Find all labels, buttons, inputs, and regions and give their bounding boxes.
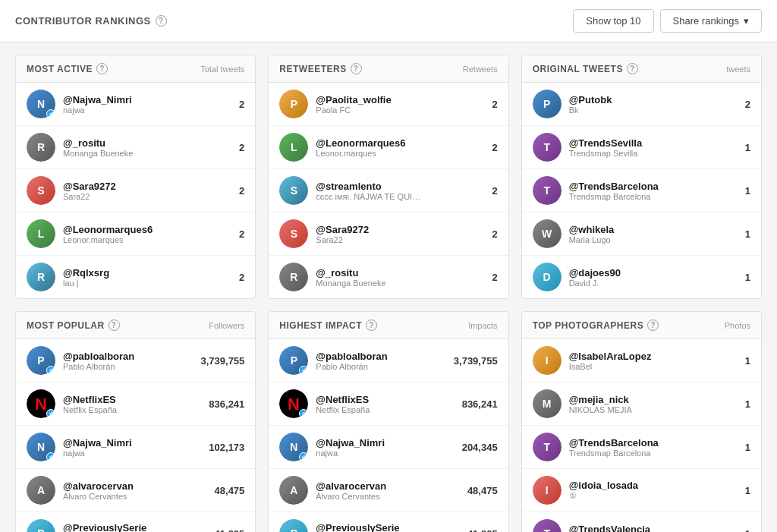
count: 2 [492, 272, 497, 283]
avatar: A [279, 476, 308, 505]
avatar: P [279, 519, 308, 532]
username: @Najwa_Nimri [63, 437, 201, 449]
avatar: N [27, 433, 55, 461]
list-item[interactable]: N @NetflixES Netflix España 836,241 [16, 382, 255, 426]
count: 836,241 [462, 398, 498, 410]
user-info: @streamlento сєсє імяі. NAJWA TE QUI… [316, 181, 484, 201]
display-name: David J. [569, 279, 738, 288]
display-name: Netflix España [63, 405, 201, 414]
user-info: @idoia_losada ① [569, 480, 738, 501]
original-tweets-panel: ORIGINAL TWEETS ? tweets P @Putobk Bk 2 … [521, 55, 762, 299]
user-info: @TrendsValencia Trendsmap Valencia [569, 524, 738, 533]
share-rankings-button[interactable]: Share rankings ▾ [660, 9, 762, 33]
display-name: Monanga Bueneke [63, 149, 231, 158]
user-info: @NetflixES Netflix España [316, 394, 454, 414]
top-photographers-panel: TOP PHOTOGRAPHERS ? Photos I @IsabelAraL… [521, 311, 762, 532]
user-info: @Najwa_Nimri najwa [316, 437, 454, 458]
list-item[interactable]: R @_rositu Monanga Bueneke 2 [16, 126, 255, 169]
original-tweets-help-icon[interactable]: ? [627, 63, 638, 74]
count: 1 [745, 528, 750, 533]
user-info: @Paolita_wolfie Paola FC [316, 94, 484, 115]
display-name: IsaBel [569, 362, 738, 371]
list-item[interactable]: N @Najwa_Nimri najwa 2 [16, 83, 255, 126]
list-item[interactable]: T @TrendsBarcelona Trendsmap Barcelona 1 [522, 426, 761, 469]
title-help-icon[interactable]: ? [156, 15, 167, 27]
display-name: Álvaro Cervantes [63, 492, 207, 501]
list-item[interactable]: L @Leonormarques6 Leonor.marques 2 [16, 212, 255, 256]
list-item[interactable]: W @whikela Maria Lugo 1 [522, 212, 761, 256]
username: @mejia_nick [569, 394, 738, 405]
username: @Najwa_Nimri [63, 94, 231, 105]
list-item[interactable]: S @Sara9272 Sara22 2 [16, 169, 255, 212]
svg-text:N: N [288, 395, 300, 414]
list-item[interactable]: P @pabloalboran Pablo Alborán 3,739,755 [16, 339, 255, 382]
most-popular-help-icon[interactable]: ? [109, 320, 120, 331]
username: @Najwa_Nimri [316, 437, 454, 449]
display-name: Trendsmap Sevilla [569, 149, 738, 158]
display-name: Bk [569, 105, 738, 115]
count: 2 [239, 99, 244, 110]
most-popular-panel: MOST POPULAR ? Followers P @pabloalboran… [15, 311, 256, 532]
user-info: @IsabelAraLopez IsaBel [569, 351, 738, 371]
top-photographers-help-icon[interactable]: ? [647, 320, 659, 331]
list-item[interactable]: M @mejia_nick NIKOLAS MEJIA 1 [522, 382, 761, 426]
display-name: сєсє імяі. NAJWA TE QUI… [316, 192, 484, 201]
user-info: @_rositu Monanga Bueneke [63, 137, 231, 158]
most-active-help-icon[interactable]: ? [96, 63, 108, 74]
list-item[interactable]: S @Sara9272 Sara22 2 [269, 212, 508, 256]
list-item[interactable]: R @Rqlxsrg lau | 2 [16, 256, 255, 298]
count: 1 [745, 398, 750, 410]
list-item[interactable]: T @TrendsBarcelona Trendsmap Barcelona 1 [522, 169, 761, 212]
list-item[interactable]: N @Najwa_Nimri najwa 102,173 [16, 426, 255, 469]
avatar: I [533, 346, 562, 375]
list-item[interactable]: A @alvarocervan Álvaro Cervantes 48,475 [16, 469, 255, 512]
user-info: @Leonormarques6 Leonor.marques [63, 224, 231, 244]
count: 2 [745, 99, 750, 110]
list-item[interactable]: P @PreviouslySerie 《Previously SERIES》 4… [269, 512, 508, 532]
display-name: najwa [63, 449, 201, 458]
list-item[interactable]: L @Leonormarques6 Leonor.marques 2 [269, 126, 508, 169]
user-info: @TrendsSevilla Trendsmap Sevilla [569, 137, 738, 158]
user-info: @PreviouslySerie 《Previously SERIES》 [316, 522, 460, 532]
username: @pabloalboran [316, 351, 445, 362]
display-name: Paola FC [316, 105, 484, 115]
username: @PreviouslySerie [63, 522, 207, 532]
list-item[interactable]: P @PreviouslySerie 《Previously SERIES》 4… [16, 512, 255, 532]
list-item[interactable]: T @TrendsSevilla Trendsmap Sevilla 1 [522, 126, 761, 169]
top-photographers-list: I @IsabelAraLopez IsaBel 1 M @mejia_nick… [522, 339, 761, 532]
most-active-panel: MOST ACTIVE ? Total tweets N @Najwa_Nimr… [15, 55, 256, 299]
rankings-grid: MOST ACTIVE ? Total tweets N @Najwa_Nimr… [0, 42, 777, 532]
list-item[interactable]: P @pabloalboran Pablo Alborán 3,739,755 [269, 339, 508, 382]
retweeters-help-icon[interactable]: ? [351, 63, 362, 74]
username: @IsabelAraLopez [569, 351, 738, 362]
list-item[interactable]: S @streamlento сєсє імяі. NAJWA TE QUI… … [269, 169, 508, 212]
show-top-button[interactable]: Show top 10 [573, 9, 653, 33]
list-item[interactable]: P @Paolita_wolfie Paola FC 2 [269, 83, 508, 126]
page-header: CONTRIBUTOR RANKINGS ? Show top 10 Share… [0, 0, 777, 42]
list-item[interactable]: A @alvarocervan Álvaro Cervantes 48,475 [269, 469, 508, 512]
list-item[interactable]: I @IsabelAraLopez IsaBel 1 [522, 339, 761, 382]
count: 2 [492, 142, 497, 153]
list-item[interactable]: I @idoia_losada ① 1 [522, 469, 761, 512]
username: @TrendsBarcelona [569, 181, 738, 192]
chevron-down-icon: ▾ [744, 15, 749, 27]
count: 48,475 [467, 485, 498, 496]
user-info: @TrendsBarcelona Trendsmap Barcelona [569, 181, 738, 201]
list-item[interactable]: P @Putobk Bk 2 [522, 83, 761, 126]
highest-impact-help-icon[interactable]: ? [366, 320, 377, 331]
highest-impact-list: P @pabloalboran Pablo Alborán 3,739,755 … [269, 339, 508, 532]
avatar: T [533, 519, 562, 532]
avatar: L [27, 219, 55, 248]
avatar: P [533, 90, 562, 118]
username: @_rositu [63, 137, 231, 149]
display-name: Sara22 [316, 235, 484, 244]
list-item[interactable]: T @TrendsValencia Trendsmap Valencia 1 [522, 512, 761, 532]
avatar: T [533, 176, 562, 205]
list-item[interactable]: D @dajoes90 David J. 1 [522, 256, 761, 298]
list-item[interactable]: R @_rositu Monanga Bueneke 2 [269, 256, 508, 298]
display-name: Pablo Alborán [316, 362, 445, 371]
display-name: Álvaro Cervantes [316, 492, 460, 501]
list-item[interactable]: N @Najwa_Nimri najwa 204,345 [269, 426, 508, 469]
display-name: Monanga Bueneke [316, 279, 484, 288]
list-item[interactable]: N @NetflixES Netflix España 836,241 [269, 382, 508, 426]
